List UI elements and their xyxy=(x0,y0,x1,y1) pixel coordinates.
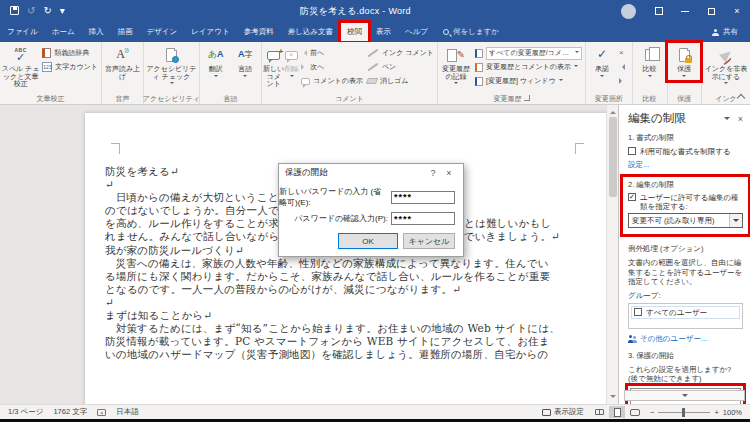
translate-button[interactable]: あA 翻訳 xyxy=(201,44,231,79)
collapse-ribbon-icon[interactable] xyxy=(738,93,745,100)
zoom-level[interactable]: 100% xyxy=(723,408,742,417)
more-users-link[interactable]: その他のユーザー... xyxy=(628,334,743,344)
zoom-slider-thumb[interactable] xyxy=(682,408,685,417)
document-scrollbar[interactable] xyxy=(606,105,618,404)
language-icon: A字 xyxy=(238,46,253,64)
scrollbar-thumb[interactable] xyxy=(609,117,617,197)
zoom-out-button[interactable]: − xyxy=(650,408,654,417)
web-layout-button[interactable] xyxy=(627,406,643,418)
reviewing-pane-button[interactable]: [変更履歴] ウィンドウ xyxy=(473,74,584,88)
new-password-input[interactable] xyxy=(391,191,455,204)
web-layout-icon xyxy=(630,409,640,416)
tab-draw[interactable]: 描画 xyxy=(111,22,140,42)
maximize-icon[interactable] xyxy=(698,0,724,22)
document-page[interactable]: 防災を考える↵ ↵ 日頃からの備えが大切ということは のではないでしょうか。自分… xyxy=(85,113,610,404)
close-icon[interactable]: × xyxy=(724,0,750,22)
tab-references[interactable]: 参考資料 xyxy=(237,22,281,42)
read-aloud-button[interactable]: A)) 音声読み上げ xyxy=(103,44,142,80)
ink-comment-button[interactable]: インク コメント xyxy=(365,46,436,60)
arrow-right-icon xyxy=(301,64,307,70)
tab-home[interactable]: ホーム xyxy=(45,22,82,42)
group-item-row[interactable]: すべてのユーザー xyxy=(631,306,740,319)
next-comment-button[interactable]: 次へ xyxy=(299,60,365,74)
account-avatar[interactable] xyxy=(621,4,636,19)
tab-help[interactable]: ヘルプ xyxy=(398,22,435,42)
compare-button[interactable]: 比較 xyxy=(634,44,666,79)
read-mode-button[interactable] xyxy=(591,406,607,418)
tab-view[interactable]: 表示 xyxy=(369,22,398,42)
delete-comment-button[interactable]: × 削除 xyxy=(284,44,299,79)
tell-me-search[interactable]: 何をしますか xyxy=(435,22,507,42)
group-label-changes: 変更箇所 xyxy=(586,92,632,104)
protect-icon xyxy=(679,46,690,64)
tab-review[interactable]: 校閲 xyxy=(340,22,369,42)
window-title: 防災を考える.docx - Word xyxy=(90,5,621,18)
zoom-slider[interactable] xyxy=(658,412,710,413)
show-comments-button[interactable]: コメントの表示 xyxy=(299,74,365,88)
editing-types-checkbox[interactable]: ✓ xyxy=(628,193,636,201)
dialog-launcher-icon[interactable] xyxy=(524,95,530,101)
pane-scroll-strip[interactable] xyxy=(624,390,745,401)
word-count-button[interactable]: 123文字カウント xyxy=(40,60,100,74)
ribbon-display-options-icon[interactable] xyxy=(646,0,672,22)
translate-icon: あA xyxy=(208,46,224,64)
language-button[interactable]: A字 言語 xyxy=(231,44,261,79)
protect-button[interactable]: 保護 xyxy=(669,44,699,79)
chevron-down-icon[interactable] xyxy=(729,214,742,227)
lock-icon xyxy=(685,58,692,63)
new-comment-button[interactable]: + 新しいコメント xyxy=(263,44,284,88)
scroll-down-icon[interactable] xyxy=(610,395,616,401)
track-changes-button[interactable]: ✎ 変更履歴の記録 xyxy=(439,44,473,86)
previous-change-button[interactable] xyxy=(617,60,627,74)
undo-icon[interactable]: ↺ xyxy=(27,6,35,16)
groups-listbox[interactable]: すべてのユーザー xyxy=(628,303,743,329)
accessibility-check-button[interactable]: アクセシビリティ チェック xyxy=(146,44,198,86)
person-icon xyxy=(712,29,719,36)
zoom-in-button[interactable]: + xyxy=(714,408,718,417)
accept-button[interactable]: ✓ 承諾 xyxy=(587,44,617,79)
tab-mailings[interactable]: 差し込み文書 xyxy=(281,22,340,42)
tab-layout[interactable]: レイアウト xyxy=(184,22,236,42)
page-indicator[interactable]: 1/3 ページ xyxy=(8,407,43,417)
editing-type-dropdown[interactable]: 変更不可 (読み取り専用) xyxy=(628,213,743,228)
confirm-password-input[interactable] xyxy=(391,212,455,225)
language-indicator[interactable]: 日本語 xyxy=(116,407,139,417)
group-changes: ✓ 承諾 × 変更箇所 xyxy=(586,42,633,104)
proofing-status-icon[interactable]: × xyxy=(97,409,106,416)
group-label-compare: 比較 xyxy=(633,92,667,104)
help-icon[interactable]: ? xyxy=(425,168,441,178)
pane-dropdown-icon[interactable] xyxy=(724,117,730,123)
display-for-review-dropdown[interactable]: すべての変更履歴/コメ… xyxy=(473,46,584,60)
cancel-button[interactable]: キャンセル xyxy=(403,233,455,249)
pane-close-icon[interactable]: × xyxy=(738,114,743,124)
minimize-icon[interactable] xyxy=(672,0,698,22)
settings-link[interactable]: 設定... xyxy=(628,160,743,170)
print-layout-button[interactable] xyxy=(609,406,625,418)
show-markup-button[interactable]: 変更履歴とコメントの表示 xyxy=(473,60,584,74)
group-comments: + 新しいコメント × 削除 前へ 次へ コメントの表示 インク コメント ペン… xyxy=(262,42,438,104)
previous-comment-button[interactable]: 前へ xyxy=(299,46,365,60)
ribbon: ABC✓ スペル チェックと文章校正 類義語辞典 123文字カウント 文章校正 … xyxy=(0,42,750,105)
spelling-grammar-button[interactable]: ABC✓ スペル チェックと文章校正 xyxy=(1,44,40,88)
hide-ink-button[interactable]: インクを非表示にする xyxy=(703,44,749,86)
redo-icon[interactable]: ↻ xyxy=(43,6,51,16)
pen-button[interactable]: ペン xyxy=(365,60,436,74)
reject-button[interactable]: × xyxy=(617,46,627,60)
tab-design[interactable]: デザイン xyxy=(140,22,185,42)
save-icon[interactable] xyxy=(10,6,19,17)
next-change-button[interactable] xyxy=(617,74,627,88)
ok-button[interactable]: OK xyxy=(338,233,398,249)
everyone-checkbox[interactable] xyxy=(634,308,642,316)
eraser-button[interactable]: 消しゴム xyxy=(365,74,436,88)
display-settings-button[interactable]: 表示設定 xyxy=(542,407,584,417)
doc-line: ↵ xyxy=(105,296,592,309)
tab-file[interactable]: ファイル xyxy=(0,22,45,42)
thesaurus-button[interactable]: 類義語辞典 xyxy=(40,46,100,60)
tab-insert[interactable]: 挿入 xyxy=(82,22,111,42)
word-count-indicator[interactable]: 1762 文字 xyxy=(53,407,87,417)
scroll-up-icon[interactable] xyxy=(610,108,616,114)
share-button[interactable]: 共有 xyxy=(700,22,750,42)
qat-customize-icon[interactable]: ▾ xyxy=(60,6,65,16)
close-icon[interactable]: × xyxy=(441,168,457,178)
limit-formatting-checkbox[interactable] xyxy=(628,147,636,155)
